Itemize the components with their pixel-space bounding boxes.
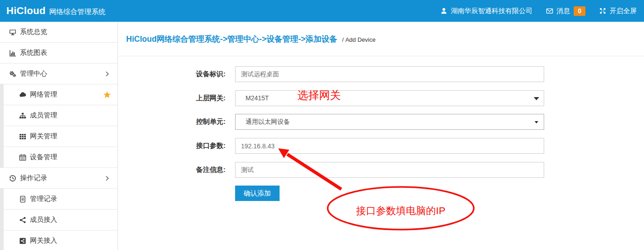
messages-count-badge: 0 <box>574 6 585 16</box>
company-name: 湖南华辰智通科技有限公司 <box>451 7 532 15</box>
main-content: HiCloud网络综合管理系统->管理中心->设备管理->添加设备 / Add … <box>118 22 644 250</box>
user-icon <box>440 7 447 15</box>
operation-records-submenu: 管理记录 成员接入 网关接入 <box>0 189 118 250</box>
interface-params-label: 接口参数: <box>187 142 226 150</box>
sidebar-item-system-charts[interactable]: 系统图表 <box>0 43 118 64</box>
control-unit-label: 控制单元: <box>187 118 226 126</box>
sidebar-item-label: 设备管理 <box>30 153 57 162</box>
cloud-icon <box>19 91 27 98</box>
share-square-icon <box>19 237 27 245</box>
gears-icon <box>9 70 17 78</box>
grid-icon <box>19 133 27 140</box>
sidebar-item-label: 网络管理 <box>30 90 57 99</box>
sidebar-item-device-management[interactable]: 设备管理 <box>4 147 118 168</box>
share-icon <box>19 216 27 224</box>
topbar-right: 湖南华辰智通科技有限公司 消息 0 开启全屏 <box>440 6 637 16</box>
sidebar: 系统总览 系统图表 管理中心 网络管理 <box>0 22 118 250</box>
messages-label: 消息 <box>556 7 570 15</box>
sidebar-item-label: 成员管理 <box>30 111 57 120</box>
topbar: HiCloud 网络综合管理系统 湖南华辰智通科技有限公司 消息 0 开启全屏 <box>0 0 644 22</box>
sidebar-item-label: 操作记录 <box>20 174 47 182</box>
chevron-down-icon <box>535 121 538 123</box>
history-icon <box>9 175 17 182</box>
page-subtitle: / Add Device <box>342 36 376 43</box>
fullscreen-icon <box>599 7 606 15</box>
fullscreen-button[interactable]: 开启全屏 <box>599 7 637 15</box>
sidebar-item-label: 系统图表 <box>20 49 47 57</box>
header-divider <box>118 56 644 56</box>
device-id-input[interactable] <box>235 66 544 82</box>
brand-system-name: 网络综合管理系统 <box>49 7 105 17</box>
calendar-icon <box>19 154 27 161</box>
sidebar-item-label: 成员接入 <box>30 216 57 224</box>
fullscreen-label: 开启全屏 <box>610 7 637 15</box>
confirm-add-button[interactable]: 确认添加 <box>235 186 280 201</box>
device-id-row: 设备标识: <box>187 66 544 82</box>
brand-name: HiCloud <box>6 5 45 17</box>
breadcrumb: HiCloud网络综合管理系统->管理中心->设备管理->添加设备 / Add … <box>126 34 375 44</box>
sidebar-item-network-management[interactable]: 网络管理 <box>4 84 118 105</box>
upper-gateway-label: 上层网关: <box>187 94 226 103</box>
sidebar-item-operation-records[interactable]: 操作记录 <box>0 168 118 189</box>
company-menu[interactable]: 湖南华辰智通科技有限公司 <box>440 7 532 15</box>
interface-params-row: 接口参数: <box>187 138 544 154</box>
sidebar-item-system-overview[interactable]: 系统总览 <box>0 22 118 43</box>
sidebar-item-label: 管理中心 <box>20 69 47 78</box>
chevron-right-icon <box>104 175 110 181</box>
sitemap-icon <box>19 112 27 119</box>
sidebar-item-management-records[interactable]: 管理记录 <box>4 189 118 210</box>
sidebar-item-management-center[interactable]: 管理中心 <box>0 64 118 84</box>
upper-gateway-select[interactable]: M2415T <box>235 90 544 106</box>
chart-icon <box>9 49 17 57</box>
sidebar-item-gateway-management[interactable]: 网关管理 <box>4 126 118 147</box>
interface-params-input[interactable] <box>235 138 544 154</box>
sidebar-item-label: 系统总览 <box>20 28 47 36</box>
desktop-icon <box>9 29 17 36</box>
sidebar-item-label: 网关接入 <box>30 236 57 245</box>
sidebar-item-label: 管理记录 <box>30 195 57 203</box>
chevron-right-icon <box>104 71 110 77</box>
device-id-label: 设备标识: <box>187 70 226 78</box>
upper-gateway-value: M2415T <box>246 94 269 102</box>
remark-label: 备注信息: <box>187 166 226 174</box>
envelope-icon <box>546 7 553 15</box>
control-unit-select[interactable]: 通用以太网设备 <box>235 114 544 130</box>
management-center-submenu: 网络管理 成员管理 网关管理 <box>0 84 118 168</box>
remark-row: 备注信息: <box>187 162 544 178</box>
page-title: HiCloud网络综合管理系统->管理中心->设备管理->添加设备 <box>126 34 337 44</box>
remark-input[interactable] <box>235 162 544 178</box>
sidebar-item-gateway-access[interactable]: 网关接入 <box>4 230 118 250</box>
control-unit-row: 控制单元: 通用以太网设备 <box>187 114 544 130</box>
messages-menu[interactable]: 消息 0 <box>546 6 585 16</box>
app-logo: HiCloud 网络综合管理系统 <box>6 5 105 17</box>
favorite-star-icon[interactable] <box>103 91 111 99</box>
chevron-down-icon <box>534 97 539 100</box>
sidebar-item-member-management[interactable]: 成员管理 <box>4 105 118 126</box>
sidebar-item-member-access[interactable]: 成员接入 <box>4 210 118 230</box>
upper-gateway-row: 上层网关: M2415T <box>187 90 544 106</box>
document-icon <box>19 196 27 203</box>
sidebar-item-label: 网关管理 <box>30 132 57 141</box>
control-unit-value: 通用以太网设备 <box>246 118 290 125</box>
